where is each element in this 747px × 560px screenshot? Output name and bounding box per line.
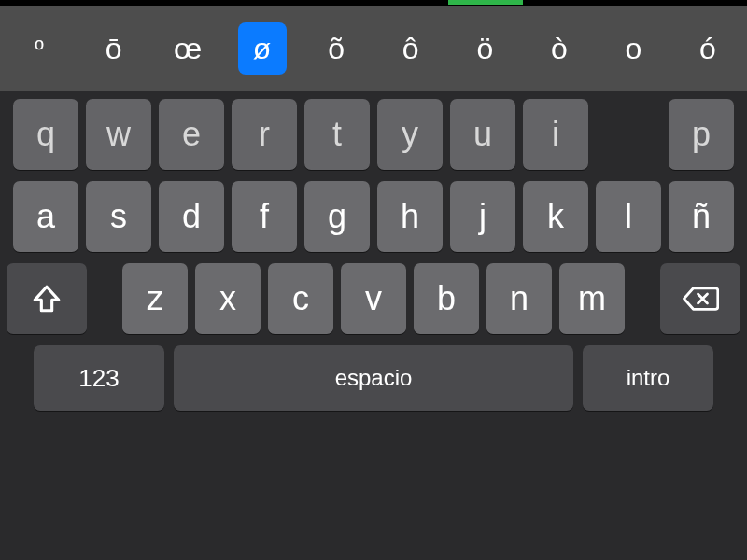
accent-option-oe[interactable]: œ <box>163 22 212 75</box>
key-p[interactable]: p <box>669 99 734 170</box>
backspace-key[interactable] <box>660 263 740 334</box>
keyboard-screen: º ō œ ø õ ô ö ò o ó q w e r t y u i p a … <box>0 0 747 560</box>
key-u[interactable]: u <box>450 99 515 170</box>
keyboard: q w e r t y u i p a s d f g h j k l ñ <box>0 91 747 560</box>
shift-key[interactable] <box>7 263 87 334</box>
shift-icon <box>31 283 63 315</box>
key-m[interactable]: m <box>559 263 625 334</box>
key-y[interactable]: y <box>377 99 443 170</box>
key-b[interactable]: b <box>414 263 479 334</box>
key-f[interactable]: f <box>232 181 297 252</box>
accent-option-o[interactable]: o <box>609 22 657 75</box>
key-i[interactable]: i <box>523 99 588 170</box>
accent-option-o-circumflex[interactable]: ô <box>387 22 435 75</box>
key-x[interactable]: x <box>195 263 261 334</box>
key-row-1: q w e r t y u i p <box>6 99 741 170</box>
accent-option-o-tilde[interactable]: õ <box>312 22 360 75</box>
key-row-2: a s d f g h j k l ñ <box>6 181 741 252</box>
key-n[interactable]: n <box>486 263 552 334</box>
key-h[interactable]: h <box>377 181 443 252</box>
key-enye[interactable]: ñ <box>669 181 734 252</box>
key-q[interactable]: q <box>13 99 78 170</box>
key-row-4: 123 espacio intro <box>6 345 741 411</box>
accent-option-o-grave[interactable]: ò <box>535 22 584 75</box>
key-s[interactable]: s <box>86 181 151 252</box>
key-j[interactable]: j <box>450 181 515 252</box>
accent-option-o-slash[interactable]: ø <box>238 22 287 75</box>
accent-option-o-macron[interactable]: ō <box>90 22 138 75</box>
numbers-key[interactable]: 123 <box>34 345 164 411</box>
key-t[interactable]: t <box>304 99 370 170</box>
key-e[interactable]: e <box>159 99 224 170</box>
key-l[interactable]: l <box>596 181 661 252</box>
enter-key[interactable]: intro <box>583 345 713 411</box>
accent-option-o-acute[interactable]: ó <box>684 22 732 75</box>
key-k[interactable]: k <box>523 181 588 252</box>
key-z[interactable]: z <box>122 263 188 334</box>
spacer <box>94 263 115 334</box>
backspace-icon <box>682 285 719 313</box>
key-a[interactable]: a <box>13 181 78 252</box>
key-r[interactable]: r <box>232 99 297 170</box>
accent-option-o-diaeresis[interactable]: ö <box>460 22 509 75</box>
accent-option-ordinal[interactable]: º <box>15 22 63 75</box>
key-row-3: z x c v b n m <box>6 263 741 334</box>
key-c[interactable]: c <box>268 263 333 334</box>
accent-picker: º ō œ ø õ ô ö ò o ó <box>0 6 747 91</box>
key-v[interactable]: v <box>341 263 406 334</box>
space-key[interactable]: espacio <box>174 345 573 411</box>
key-w[interactable]: w <box>86 99 151 170</box>
spacer <box>632 263 653 334</box>
key-d[interactable]: d <box>159 181 224 252</box>
key-g[interactable]: g <box>304 181 370 252</box>
